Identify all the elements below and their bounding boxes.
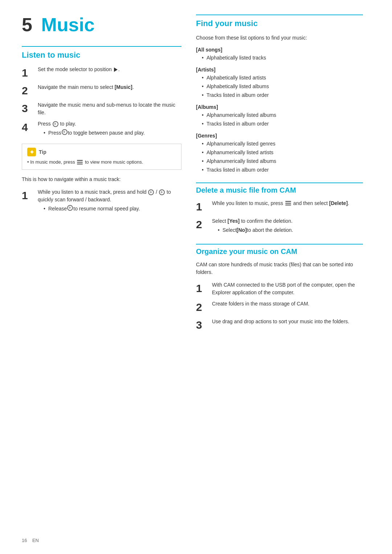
find-your-music-heading: Find your music [196, 15, 363, 28]
tip-icon: ✦ [27, 148, 36, 156]
listen-step-1: 1 Set the mode selector to position . [22, 66, 181, 80]
page-footer: 16 EN [22, 538, 39, 543]
nav-step-1-bullet-1: Release to resume normal speed play. [44, 205, 181, 213]
organize-step-2-num: 2 [196, 300, 209, 314]
albums-list: Alphanumerically listed albums Tracks li… [196, 111, 363, 128]
organize-music-heading: Organize your music on CAM [196, 244, 363, 256]
navigate-intro: This is how to navigate within a music t… [22, 176, 181, 183]
albums-heading: [Albums] [196, 104, 363, 110]
delete-music-heading: Delete a music file from CAM [196, 182, 363, 194]
delete-step-2-content: Select [Yes] to confirm the deletion. Se… [212, 217, 363, 235]
nav-release-icon [67, 205, 73, 211]
chapter-heading: 5 Music [22, 15, 181, 35]
category-all-songs: [All songs] Alphabetically listed tracks [196, 47, 363, 62]
all-songs-list: Alphabetically listed tracks [196, 54, 363, 62]
albums-item-2: Tracks listed in album order [202, 120, 363, 128]
step-4-bullets: Press to toggle between pause and play. [38, 129, 181, 137]
page-number: 16 [22, 538, 27, 543]
genres-item-2: Alphanumerically listed artists [202, 149, 363, 156]
find-your-music-section: Find your music Choose from these list o… [196, 15, 363, 174]
tip-box: ✦ Tip • In music mode, press to view mor… [22, 144, 181, 170]
artists-list: Alphabetically listed artists Alphabetic… [196, 74, 363, 99]
delete-step-2-bullet-1: Select [No] to abort the deletion. [218, 226, 363, 234]
genres-heading: [Genres] [196, 133, 363, 139]
artists-item-3: Tracks listed in album order [202, 91, 363, 99]
nav-step-1-num: 1 [22, 188, 35, 202]
organize-step-1-num: 1 [196, 281, 209, 295]
category-albums: [Albums] Alphanumerically listed albums … [196, 104, 363, 128]
all-songs-item-1: Alphabetically listed tracks [202, 54, 363, 62]
tip-label: Tip [39, 149, 46, 155]
step-2-num: 2 [22, 83, 35, 98]
nav-backward-icon [159, 189, 165, 195]
step-3-num: 3 [22, 101, 35, 115]
organize-step-1: 1 With CAM connected to the USB port of … [196, 281, 363, 296]
organize-step-2-content: Create folders in the mass storage of CA… [212, 300, 363, 308]
delete-step-2: 2 Select [Yes] to confirm the deletion. … [196, 217, 363, 235]
navigate-step-1: 1 While you listen to a music track, pre… [22, 188, 181, 214]
menu-icon-delete [285, 201, 291, 205]
chapter-title: Music [41, 14, 94, 35]
left-column: 5 Music Listen to music 1 Set the mode s… [22, 15, 181, 539]
nav-forward-icon [148, 189, 154, 195]
step-3-content: Navigate the music menu and sub-menus to… [38, 101, 181, 116]
organize-step-3-content: Use drag and drop actions to sort your m… [212, 318, 363, 325]
genres-item-4: Tracks listed in album order [202, 166, 363, 174]
delete-step-1: 1 While you listen to music, press and t… [196, 200, 363, 214]
genres-list: Alphanumerically listed genres Alphanume… [196, 140, 363, 174]
page: 5 Music Listen to music 1 Set the mode s… [0, 0, 392, 554]
nav-circle-icon-2 [62, 129, 68, 135]
organize-music-section: Organize your music on CAM CAM can store… [196, 244, 363, 332]
nav-step-1-bullets: Release to resume normal speed play. [38, 205, 181, 213]
tip-header: ✦ Tip [27, 148, 176, 156]
step-4-num: 4 [22, 120, 35, 134]
tip-star-icon: ✦ [29, 149, 34, 156]
organize-step-2: 2 Create folders in the mass storage of … [196, 300, 363, 314]
step-4-bullet-1: Press to toggle between pause and play. [44, 129, 181, 137]
step-2-content: Navigate the main menu to select [Music]… [38, 83, 181, 91]
delete-step-1-num: 1 [196, 200, 209, 214]
tip-content: • In music mode, press to view more musi… [27, 159, 176, 166]
listen-step-3: 3 Navigate the music menu and sub-menus … [22, 101, 181, 116]
all-songs-heading: [All songs] [196, 47, 363, 53]
menu-lines-icon [77, 160, 83, 164]
listen-step-2: 2 Navigate the main menu to select [Musi… [22, 83, 181, 98]
artists-item-2: Alphabetically listed albums [202, 83, 363, 90]
albums-item-1: Alphanumerically listed albums [202, 111, 363, 119]
step-4-content: Press to play. Press to toggle between p… [38, 120, 181, 138]
delete-step-2-num: 2 [196, 217, 209, 231]
artists-heading: [Artists] [196, 67, 363, 73]
organize-step-3-num: 3 [196, 318, 209, 332]
nav-circle-icon [53, 121, 58, 127]
step-1-content: Set the mode selector to position . [38, 66, 181, 73]
step-1-num: 1 [22, 66, 35, 80]
right-column: Find your music Choose from these list o… [196, 15, 363, 539]
delete-step-2-bullets: Select [No] to abort the deletion. [212, 226, 363, 234]
listen-to-music-section: Listen to music 1 Set the mode selector … [22, 46, 181, 214]
artists-item-1: Alphabetically listed artists [202, 74, 363, 82]
category-genres: [Genres] Alphanumerically listed genres … [196, 133, 363, 174]
listen-steps-list: 1 Set the mode selector to position . 2 … [22, 66, 181, 138]
nav-step-1-content: While you listen to a music track, press… [38, 188, 181, 214]
navigate-steps-list: 1 While you listen to a music track, pre… [22, 188, 181, 214]
genres-item-1: Alphanumerically listed genres [202, 140, 363, 148]
organize-step-3: 3 Use drag and drop actions to sort your… [196, 318, 363, 332]
find-music-intro: Choose from these list options to find y… [196, 34, 363, 42]
play-arrow-icon [114, 67, 118, 72]
listen-to-music-heading: Listen to music [22, 46, 181, 60]
delete-music-section: Delete a music file from CAM 1 While you… [196, 182, 363, 235]
organize-music-intro: CAM can store hundreds of music tracks (… [196, 261, 363, 276]
language-code: EN [32, 538, 39, 543]
listen-step-4: 4 Press to play. Press to toggle between… [22, 120, 181, 138]
chapter-number: 5 [22, 14, 32, 35]
organize-step-1-content: With CAM connected to the USB port of th… [212, 281, 363, 296]
category-artists: [Artists] Alphabetically listed artists … [196, 67, 363, 99]
organize-steps-list: 1 With CAM connected to the USB port of … [196, 281, 363, 332]
delete-step-1-content: While you listen to music, press and the… [212, 200, 363, 207]
delete-steps-list: 1 While you listen to music, press and t… [196, 200, 363, 235]
genres-item-3: Alphanumerically listed albums [202, 157, 363, 165]
